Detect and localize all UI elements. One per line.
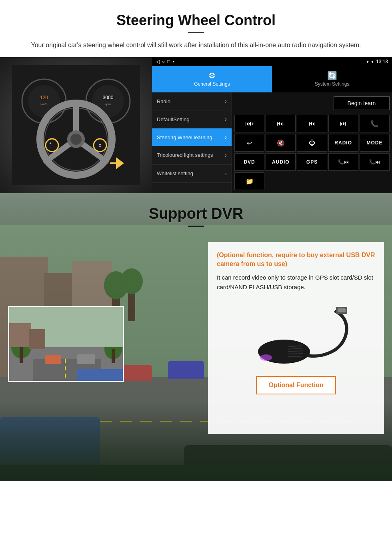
ctrl-next[interactable]: ⏭ xyxy=(328,115,358,132)
tab-general-settings[interactable]: ⚙ General Settings xyxy=(152,66,272,92)
arrow-icon: › xyxy=(225,152,227,158)
dvr-content-area: (Optional function, require to buy exter… xyxy=(0,234,392,434)
svg-text:3000: 3000 xyxy=(103,95,114,100)
ctrl-mute[interactable]: 🔇 xyxy=(266,134,296,152)
steering-divider xyxy=(188,32,204,33)
nav-recent-icon: □ xyxy=(167,59,170,64)
steering-description: Your original car's steering wheel contr… xyxy=(16,40,376,50)
dvr-divider xyxy=(188,226,204,227)
svg-rect-49 xyxy=(112,349,115,363)
menu-item-defaultsetting[interactable]: DefaultSetting › xyxy=(152,110,232,128)
ctrl-power[interactable]: ⏻ xyxy=(297,134,327,152)
dvr-section: Support DVR xyxy=(0,193,392,481)
arrow-icon: › xyxy=(225,134,227,140)
svg-text:-: - xyxy=(50,146,51,149)
control-grid-row3: DVD AUDIO GPS 📞⏮ 📞⏭ xyxy=(234,153,390,171)
steering-title: Steering Wheel Control xyxy=(16,12,376,29)
ctrl-dvd[interactable]: DVD xyxy=(234,153,264,171)
ctrl-radio[interactable]: RADIO xyxy=(328,134,358,152)
dvr-screenshot-thumbnail xyxy=(8,306,124,382)
arrow-icon: › xyxy=(225,98,227,104)
svg-text:+: + xyxy=(50,142,52,145)
ctrl-phone-prev[interactable]: 📞⏮ xyxy=(328,153,358,171)
control-grid-row2: ↩ 🔇 ⏻ RADIO MODE xyxy=(234,134,390,152)
svg-rect-52 xyxy=(29,329,45,349)
begin-learn-row: Begin learn xyxy=(234,95,390,113)
dvr-title-area: Support DVR xyxy=(0,193,392,234)
nav-home-icon: ○ xyxy=(162,59,165,64)
steering-wheel-image: 120 km/h 3000 rpm xyxy=(0,57,152,193)
android-panel-container: 120 km/h 3000 rpm xyxy=(0,57,392,193)
signal-icon: ▾ xyxy=(366,59,369,64)
svg-rect-43 xyxy=(45,355,61,364)
dvr-info-card: (Optional function, require to buy exter… xyxy=(208,242,384,434)
android-tab-bar: ⚙ General Settings 🔄 System Settings xyxy=(152,66,392,92)
ctrl-phone[interactable]: 📞 xyxy=(360,115,390,132)
dvr-optional-text: (Optional function, require to buy exter… xyxy=(217,251,375,269)
svg-text:rpm: rpm xyxy=(105,102,111,106)
control-grid-row1: ⏮+ ⏮- ⏮ ⏭ 📞 xyxy=(234,115,390,132)
dvr-title: Support DVR xyxy=(0,205,392,222)
svg-rect-54 xyxy=(338,308,346,312)
control-grid-row4: 📁 xyxy=(234,172,390,190)
dvr-right-area: (Optional function, require to buy exter… xyxy=(208,234,384,434)
android-menu: Radio › DefaultSetting › Steering Wheel … xyxy=(152,92,232,193)
wifi-icon: ▾ xyxy=(371,59,374,64)
ctrl-vol-up[interactable]: ⏮+ xyxy=(234,115,264,132)
ctrl-phone-next[interactable]: 📞⏭ xyxy=(360,153,390,171)
ctrl-hangup[interactable]: ↩ xyxy=(234,134,264,152)
svg-point-15 xyxy=(70,134,82,145)
ctrl-gps[interactable]: GPS xyxy=(297,153,327,171)
gear-icon: ⚙ xyxy=(154,71,270,80)
steering-wheel-bg: 120 km/h 3000 rpm xyxy=(0,57,152,193)
arrow-icon: › xyxy=(225,170,227,177)
svg-line-63 xyxy=(288,354,303,354)
tab-system-settings[interactable]: 🔄 System Settings xyxy=(272,66,392,92)
svg-text:⚙: ⚙ xyxy=(98,144,102,148)
svg-rect-44 xyxy=(77,354,95,364)
svg-rect-45 xyxy=(77,369,124,382)
android-right-panel: Begin learn ⏮+ ⏮- ⏮ ⏭ 📞 ↩ 🔇 ⏻ RADIO MODE xyxy=(232,92,392,193)
menu-item-radio[interactable]: Radio › xyxy=(152,92,232,110)
android-statusbar: ◁ ○ □ ▪ ▾ ▾ 13:13 xyxy=(152,57,392,66)
ctrl-mode[interactable]: MODE xyxy=(360,134,390,152)
ctrl-audio[interactable]: AUDIO xyxy=(266,153,296,171)
menu-item-whitelist[interactable]: Whitelist setting › xyxy=(152,165,232,183)
menu-item-steering-wheel[interactable]: Steering Wheel learning › xyxy=(152,128,232,146)
ctrl-media[interactable]: 📁 xyxy=(234,172,264,190)
android-settings-panel: ◁ ○ □ ▪ ▾ ▾ 13:13 ⚙ General Settings 🔄 S… xyxy=(152,57,392,193)
steering-section: Steering Wheel Control Your original car… xyxy=(0,0,392,50)
nav-menu-icon: ▪ xyxy=(173,59,174,64)
svg-point-59 xyxy=(260,354,272,361)
svg-rect-51 xyxy=(9,323,31,347)
optional-function-button[interactable]: Optional Function xyxy=(256,376,336,394)
dvr-thumb-svg xyxy=(9,307,124,382)
steering-wheel-svg: 120 km/h 3000 rpm xyxy=(12,65,140,185)
svg-text:120: 120 xyxy=(40,95,48,100)
ctrl-vol-down[interactable]: ⏮- xyxy=(266,115,296,132)
android-content-area: Radio › DefaultSetting › Steering Wheel … xyxy=(152,92,392,193)
statusbar-time: 13:13 xyxy=(376,59,388,64)
dvr-camera-image xyxy=(240,302,352,366)
system-icon: 🔄 xyxy=(274,71,390,80)
arrow-icon: › xyxy=(225,116,227,122)
menu-item-tricoloured[interactable]: Tricoloured light settings › xyxy=(152,146,232,165)
dvr-left-area xyxy=(8,234,200,382)
dvr-description-text: It can record video only to storage in G… xyxy=(217,273,375,292)
ctrl-prev[interactable]: ⏮ xyxy=(297,115,327,132)
begin-learn-button[interactable]: Begin learn xyxy=(334,96,390,110)
nav-back-icon: ◁ xyxy=(156,59,160,64)
dvr-camera-svg xyxy=(240,300,352,368)
svg-rect-47 xyxy=(20,347,23,363)
svg-text:km/h: km/h xyxy=(40,102,47,106)
